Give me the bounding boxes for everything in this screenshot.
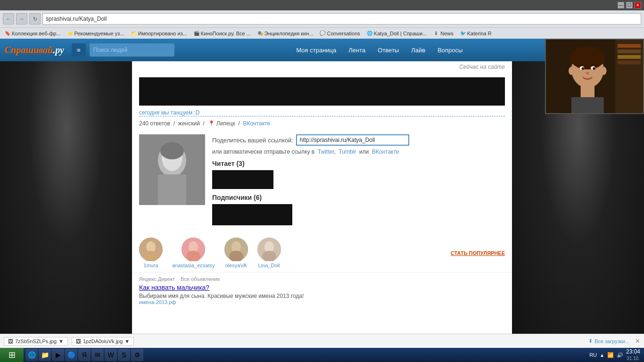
bookmark-0[interactable]: 🔖 Коллекция веб-фр... — [2, 29, 63, 38]
share-url-input[interactable] — [296, 134, 409, 146]
all-downloads-link[interactable]: ⬇ Все загрузки... — [588, 338, 629, 344]
user-card-1[interactable]: anastasia_ecsatsy — [172, 238, 215, 268]
subscribers-title: Подписчики (6) — [212, 194, 505, 201]
download-dropdown-0[interactable]: ▼ — [58, 338, 64, 344]
bookmark-icon-2: 📁 — [131, 30, 137, 37]
share-social-row: или автоматически отправьте ссылку в Twi… — [212, 148, 505, 155]
vk-share-link[interactable]: ВКонтакте — [372, 148, 399, 155]
user-name-3: Lina_Doll — [258, 263, 280, 268]
tray-icon-sound: 🔊 — [617, 352, 623, 358]
start-button[interactable]: ⊞ — [0, 348, 24, 362]
bookmark-label-2: Импортировано из... — [138, 31, 187, 36]
svg-point-28 — [593, 67, 595, 70]
bookmark-conversations[interactable]: 💬 Conversations — [317, 29, 362, 38]
bookmark-icon-conv: 💬 — [319, 30, 326, 37]
bookmark-label-katerina: Katerina R — [467, 31, 492, 36]
twitter-link[interactable]: Twitter — [318, 148, 334, 155]
profile-status[interactable]: сегодня мы танцуем :D — [139, 109, 505, 116]
address-text: sprashivai.ru/Katya_Doll — [46, 16, 107, 22]
close-btn[interactable]: ✕ — [635, 2, 641, 8]
user-name-2: olesyaVA — [225, 263, 247, 268]
clock-date: 31.10. — [626, 355, 640, 362]
taskbar-folder-icon[interactable]: 📁 — [39, 349, 51, 361]
webcam-overlay — [545, 39, 644, 114]
svg-point-27 — [582, 67, 585, 70]
bookmark-label-conv: Conversations — [327, 31, 360, 36]
user-card-0[interactable]: 1mura — [139, 238, 163, 268]
download-dropdown-1[interactable]: ▼ — [124, 338, 130, 344]
download-icon-0: 🖼 — [8, 338, 13, 344]
all-ads-link[interactable]: Все объявления — [181, 276, 220, 282]
nav-live[interactable]: Лайв — [405, 45, 431, 56]
taskbar-skype-icon[interactable]: S — [118, 349, 130, 361]
following-block — [212, 170, 273, 189]
bookmark-label-0: Коллекция веб-фр... — [12, 31, 61, 36]
svg-point-32 — [569, 66, 574, 75]
taskbar-ie-icon[interactable]: 🌐 — [25, 349, 38, 361]
share-section: Поделитесь вашей ссылкой: или автоматиче… — [212, 134, 505, 155]
hamburger-button[interactable]: ≡ — [72, 43, 86, 57]
address-bar[interactable]: sprashivai.ru/Katya_Doll — [42, 13, 641, 25]
download-bar-close[interactable]: ✕ — [635, 337, 640, 345]
nav-feed[interactable]: Лента — [343, 45, 371, 56]
bookmark-icon-katerina: 🐦 — [460, 30, 466, 37]
or-label: или — [359, 148, 369, 155]
taskbar-word-icon[interactable]: W — [105, 349, 117, 361]
tumblr-link[interactable]: Tumblr — [339, 148, 356, 155]
user-avatar-0 — [139, 238, 163, 261]
become-popular-link[interactable]: СТАТЬ ПОПУЛЯРНЕЕ — [451, 250, 505, 256]
nav-questions[interactable]: Вопросы — [432, 45, 468, 56]
bookmark-1[interactable]: ⭐ Рекомендуемые уз... — [65, 29, 127, 38]
bookmark-katerina[interactable]: 🐦 Katerina R — [457, 29, 494, 38]
nav-my-page[interactable]: Моя страница — [290, 45, 342, 56]
minimize-btn[interactable]: — — [618, 2, 624, 8]
bookmark-3[interactable]: 🎬 КиноПоиск.ру. Все ... — [191, 29, 253, 38]
ad-desc: Выбираем имя для сына. Красивые мужские … — [139, 293, 505, 299]
yandex-direct-link[interactable]: Яндекс.Директ — [139, 276, 175, 282]
taskbar-media-icon[interactable]: ▶ — [52, 349, 64, 361]
ad-source: Яндекс.Директ Все объявления — [139, 276, 505, 282]
download-item-0[interactable]: 🖼 7zSb5nSZLPs.jpg ▼ — [4, 337, 68, 346]
maximize-btn[interactable]: ☐ — [626, 2, 633, 8]
svg-point-4 — [160, 142, 184, 159]
title-bar: — ☐ ✕ — [0, 0, 644, 10]
hamburger-icon: ≡ — [77, 47, 81, 54]
taskbar-right: RU ▲ 📶 🔊 23:04 31.10. — [586, 348, 644, 362]
bookmark-5[interactable]: 🌐 Katya_Doll | Спраши... — [364, 29, 429, 38]
taskbar-yandex-icon[interactable]: Я — [78, 349, 91, 361]
taskbar-clock: 23:04 31.10. — [626, 348, 640, 362]
svg-rect-2 — [158, 174, 186, 205]
content-area: Сейчас на сайте сегодня мы танцуем :D 24… — [132, 61, 512, 334]
user-card-3[interactable]: Lina_Doll — [257, 238, 281, 268]
avatar-image — [139, 134, 205, 205]
site-logo[interactable]: Спрашивай.ру — [5, 45, 64, 56]
bookmark-4[interactable]: 🎭 Энциклопедия кин... — [255, 29, 316, 38]
profile-main: Поделитесь вашей ссылкой: или автоматиче… — [132, 134, 512, 234]
share-label: Поделитесь вашей ссылкой: — [212, 137, 293, 144]
user-card-2[interactable]: olesyaVA — [224, 238, 248, 268]
nav-answers[interactable]: Ответы — [372, 45, 405, 56]
vk-link[interactable]: ВКонтакте — [243, 120, 270, 127]
bookmark-icon-5: 🌐 — [366, 30, 373, 37]
nav-bar: ← → ↻ sprashivai.ru/Katya_Doll — [0, 10, 644, 27]
user-name-1: anastasia_ecsatsy — [172, 263, 215, 268]
refresh-button[interactable]: ↻ — [29, 13, 41, 25]
download-icon-1: 🖼 — [76, 338, 81, 344]
online-indicator: Сейчас на сайте — [132, 61, 512, 73]
profile-top: сегодня мы танцуем :D 240 ответов / женс… — [132, 73, 512, 134]
bookmark-news[interactable]: ℹ News — [430, 29, 456, 38]
taskbar-app1-icon[interactable]: ⚙ — [131, 349, 143, 361]
bookmark-2[interactable]: 📁 Импортировано из... — [128, 29, 190, 38]
taskbar-mail-icon[interactable]: ✉ — [91, 349, 104, 361]
city-label: Липецк — [216, 120, 235, 127]
taskbar-chrome-icon[interactable]: 🔵 — [65, 349, 77, 361]
ad-url[interactable]: имена-2013.рф — [139, 299, 505, 305]
ad-title[interactable]: Как назвать мальчика? — [139, 284, 505, 291]
forward-button[interactable]: → — [16, 13, 27, 25]
back-button[interactable]: ← — [3, 13, 14, 25]
download-item-1[interactable]: 🖼 1pzDA0oluVk.jpg ▼ — [72, 337, 134, 346]
svg-point-24 — [570, 46, 605, 69]
bookmark-label-news: News — [440, 31, 454, 36]
share-social-label: или автоматически отправьте ссылку в — [212, 148, 314, 155]
search-input[interactable] — [90, 43, 174, 57]
